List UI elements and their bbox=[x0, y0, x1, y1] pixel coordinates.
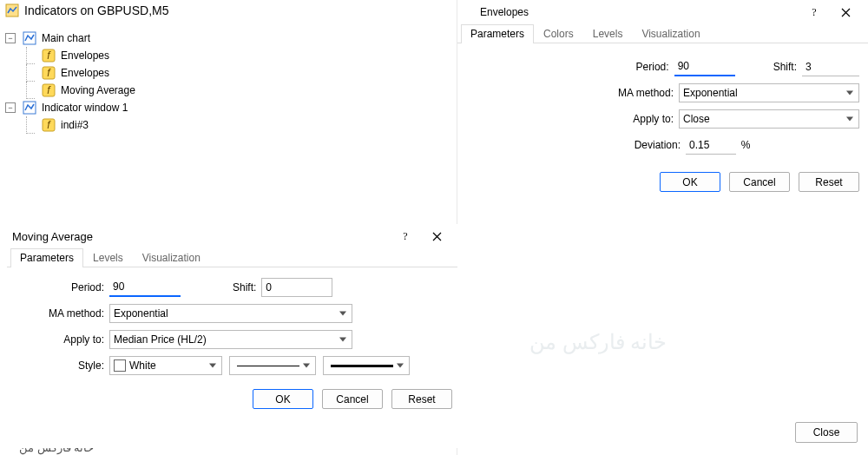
tab-visualization[interactable]: Visualization bbox=[632, 24, 709, 43]
shift-label: Shift: bbox=[233, 281, 256, 293]
tree-label: Moving Average bbox=[59, 83, 137, 97]
ma-method-label: MA method: bbox=[618, 87, 674, 99]
close-icon[interactable] bbox=[421, 226, 452, 247]
tab-parameters[interactable]: Parameters bbox=[461, 24, 534, 43]
indicators-titlebar: Indicators on GBPUSD,M5 bbox=[0, 0, 457, 21]
ma-titlebar: Moving Average ? bbox=[7, 224, 457, 248]
cancel-button[interactable]: Cancel bbox=[322, 389, 383, 409]
deviation-label: Deviation: bbox=[635, 139, 681, 151]
period-input[interactable] bbox=[674, 57, 735, 76]
collapse-icon[interactable]: − bbox=[5, 102, 16, 113]
apply-to-label: Apply to: bbox=[10, 333, 104, 346]
line-width-preview-icon bbox=[331, 365, 393, 367]
tab-levels[interactable]: Levels bbox=[83, 248, 133, 267]
tree-item-moving-average[interactable]: f Moving Average bbox=[5, 82, 451, 99]
style-label: Style: bbox=[10, 359, 104, 372]
ma-method-select[interactable]: Exponential bbox=[679, 83, 859, 102]
style-width-select[interactable] bbox=[323, 356, 410, 375]
envelopes-form: Period: Shift: MA method: Exponential Ap… bbox=[457, 43, 868, 168]
apply-to-value: Median Price (HL/2) bbox=[114, 333, 207, 346]
style-line-select[interactable] bbox=[229, 356, 316, 375]
reset-button[interactable]: Reset bbox=[799, 172, 859, 192]
help-button[interactable]: ? bbox=[390, 226, 421, 247]
tree-label: indi#3 bbox=[59, 118, 90, 132]
tree-item-envelopes-1[interactable]: f Envelopes bbox=[5, 47, 451, 64]
app-icon bbox=[5, 3, 19, 17]
tree-item-envelopes-2[interactable]: f Envelopes bbox=[5, 64, 451, 82]
cancel-button[interactable]: Cancel bbox=[729, 172, 790, 192]
ma-tabs: Parameters Levels Visualization bbox=[7, 248, 457, 267]
envelopes-tabs: Parameters Colors Levels Visualization bbox=[457, 24, 868, 43]
fx-icon: f bbox=[42, 118, 56, 132]
ma-title: Moving Average bbox=[12, 230, 390, 243]
shift-input[interactable] bbox=[261, 278, 332, 297]
tab-levels[interactable]: Levels bbox=[583, 24, 633, 43]
line-preview-icon bbox=[237, 366, 299, 366]
ma-button-row: OK Cancel Reset bbox=[7, 386, 457, 409]
color-swatch bbox=[114, 359, 126, 372]
tree-item-indi3[interactable]: f indi#3 bbox=[5, 116, 451, 134]
ma-method-value: Exponential bbox=[683, 87, 738, 99]
tree-label: Envelopes bbox=[59, 66, 111, 80]
apply-to-label: Apply to: bbox=[633, 113, 674, 125]
tree-node-main-chart[interactable]: − Main chart bbox=[5, 30, 451, 47]
envelopes-dialog: Envelopes ? Parameters Colors Levels Vis… bbox=[457, 0, 868, 455]
ma-method-value: Exponential bbox=[114, 307, 168, 320]
tree-label: Envelopes bbox=[59, 49, 111, 63]
tab-colors[interactable]: Colors bbox=[534, 24, 583, 43]
indicators-tree[interactable]: − Main chart f Envelopes f Envelopes bbox=[0, 21, 457, 134]
envelopes-titlebar: Envelopes ? bbox=[457, 0, 868, 24]
ma-form: Period: Shift: MA method: Exponential Ap… bbox=[7, 267, 457, 386]
deviation-unit: % bbox=[736, 139, 755, 151]
ma-method-label: MA method: bbox=[10, 307, 104, 320]
fx-icon: f bbox=[42, 83, 56, 97]
close-icon[interactable] bbox=[830, 2, 861, 23]
ok-button[interactable]: OK bbox=[253, 389, 313, 409]
collapse-icon[interactable]: − bbox=[5, 33, 16, 43]
apply-to-value: Close bbox=[683, 113, 710, 125]
ma-method-select[interactable]: Exponential bbox=[109, 304, 352, 323]
fx-icon: f bbox=[42, 49, 56, 63]
apply-to-select[interactable]: Close bbox=[679, 109, 859, 129]
style-color-value: White bbox=[129, 359, 156, 372]
moving-average-dialog: Moving Average ? Parameters Levels Visua… bbox=[7, 224, 457, 448]
ok-button[interactable]: OK bbox=[660, 172, 720, 192]
indicators-title: Indicators on GBPUSD,M5 bbox=[24, 3, 169, 17]
tab-parameters[interactable]: Parameters bbox=[10, 248, 83, 267]
reset-button[interactable]: Reset bbox=[391, 389, 452, 409]
apply-to-select[interactable]: Median Price (HL/2) bbox=[109, 330, 352, 349]
period-label: Period: bbox=[636, 61, 669, 73]
shift-input[interactable] bbox=[802, 57, 859, 76]
tree-node-indicator-window[interactable]: − Indicator window 1 bbox=[5, 99, 451, 116]
tab-visualization[interactable]: Visualization bbox=[133, 248, 210, 267]
tree-label: Main chart bbox=[40, 31, 92, 45]
deviation-input[interactable] bbox=[686, 135, 736, 155]
fx-icon: f bbox=[42, 66, 56, 80]
chart-icon bbox=[23, 31, 36, 45]
period-label: Period: bbox=[10, 281, 104, 293]
style-color-select[interactable]: White bbox=[109, 356, 222, 375]
shift-label: Shift: bbox=[773, 61, 797, 73]
tree-label: Indicator window 1 bbox=[40, 101, 129, 115]
envelopes-title: Envelopes bbox=[464, 6, 799, 18]
close-button[interactable]: Close bbox=[795, 422, 858, 443]
envelopes-button-row: OK Cancel Reset bbox=[457, 168, 868, 192]
chart-icon bbox=[23, 101, 36, 115]
help-button[interactable]: ? bbox=[799, 2, 830, 23]
period-input[interactable] bbox=[109, 278, 181, 297]
